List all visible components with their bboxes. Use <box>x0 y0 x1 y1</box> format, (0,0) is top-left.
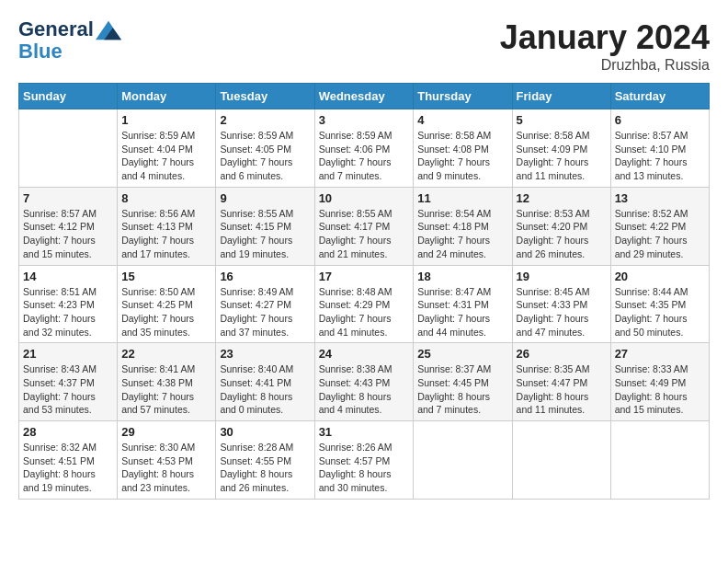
day-number: 29 <box>121 425 211 439</box>
day-info: Sunrise: 8:40 AMSunset: 4:41 PMDaylight:… <box>220 362 310 417</box>
day-info: Sunrise: 8:35 AMSunset: 4:47 PMDaylight:… <box>517 362 607 417</box>
day-number: 23 <box>220 347 310 361</box>
day-info: Sunrise: 8:43 AMSunset: 4:37 PMDaylight:… <box>23 362 113 417</box>
day-number: 20 <box>615 270 705 283</box>
day-info: Sunrise: 8:56 AMSunset: 4:13 PMDaylight:… <box>121 207 211 261</box>
day-info: Sunrise: 8:57 AMSunset: 4:10 PMDaylight:… <box>615 129 705 183</box>
calendar-cell: 24Sunrise: 8:38 AMSunset: 4:43 PMDayligh… <box>314 343 414 421</box>
day-info: Sunrise: 8:58 AMSunset: 4:08 PMDaylight:… <box>417 129 507 183</box>
calendar-cell: 14Sunrise: 8:51 AMSunset: 4:23 PMDayligh… <box>19 265 118 343</box>
calendar-cell: 15Sunrise: 8:50 AMSunset: 4:25 PMDayligh… <box>118 265 216 343</box>
weekday-header-saturday: Saturday <box>610 84 709 109</box>
day-number: 11 <box>417 191 507 205</box>
day-number: 28 <box>23 425 113 439</box>
weekday-header-row: SundayMondayTuesdayWednesdayThursdayFrid… <box>19 84 710 109</box>
calendar-cell: 4Sunrise: 8:58 AMSunset: 4:08 PMDaylight… <box>414 109 512 188</box>
title-block: January 2024 Druzhba, Russia <box>500 18 710 74</box>
page-header: General Blue January 2024 Druzhba, Russi… <box>18 18 710 74</box>
day-info: Sunrise: 8:59 AMSunset: 4:04 PMDaylight:… <box>121 129 211 183</box>
day-number: 13 <box>615 191 705 205</box>
day-info: Sunrise: 8:33 AMSunset: 4:49 PMDaylight:… <box>615 362 705 417</box>
calendar-cell: 3Sunrise: 8:59 AMSunset: 4:06 PMDaylight… <box>314 109 414 188</box>
week-row-0: 1Sunrise: 8:59 AMSunset: 4:04 PMDaylight… <box>19 109 710 188</box>
calendar-cell: 9Sunrise: 8:55 AMSunset: 4:15 PMDaylight… <box>216 187 314 265</box>
day-number: 26 <box>517 347 607 361</box>
day-number: 5 <box>517 113 607 127</box>
calendar-cell: 13Sunrise: 8:52 AMSunset: 4:22 PMDayligh… <box>610 187 709 265</box>
day-number: 24 <box>319 347 410 361</box>
calendar-cell: 5Sunrise: 8:58 AMSunset: 4:09 PMDaylight… <box>512 109 610 188</box>
day-number: 1 <box>121 113 211 127</box>
calendar-cell: 2Sunrise: 8:59 AMSunset: 4:05 PMDaylight… <box>216 109 314 188</box>
day-number: 19 <box>517 270 607 283</box>
day-info: Sunrise: 8:47 AMSunset: 4:31 PMDaylight:… <box>417 285 507 339</box>
day-info: Sunrise: 8:26 AMSunset: 4:57 PMDaylight:… <box>319 441 410 495</box>
day-number: 12 <box>517 191 607 205</box>
calendar-cell: 31Sunrise: 8:26 AMSunset: 4:57 PMDayligh… <box>314 421 414 500</box>
day-info: Sunrise: 8:55 AMSunset: 4:17 PMDaylight:… <box>319 207 410 261</box>
day-info: Sunrise: 8:37 AMSunset: 4:45 PMDaylight:… <box>417 362 507 417</box>
day-info: Sunrise: 8:54 AMSunset: 4:18 PMDaylight:… <box>417 207 507 261</box>
month-title: January 2024 <box>500 18 710 57</box>
weekday-header-tuesday: Tuesday <box>216 84 314 109</box>
calendar-cell: 21Sunrise: 8:43 AMSunset: 4:37 PMDayligh… <box>19 343 118 421</box>
calendar-table: SundayMondayTuesdayWednesdayThursdayFrid… <box>18 83 710 500</box>
calendar-cell: 26Sunrise: 8:35 AMSunset: 4:47 PMDayligh… <box>512 343 610 421</box>
week-row-1: 7Sunrise: 8:57 AMSunset: 4:12 PMDaylight… <box>19 187 710 265</box>
day-number: 18 <box>417 270 507 283</box>
day-number: 2 <box>220 113 310 127</box>
calendar-cell: 1Sunrise: 8:59 AMSunset: 4:04 PMDaylight… <box>118 109 216 188</box>
day-info: Sunrise: 8:58 AMSunset: 4:09 PMDaylight:… <box>517 129 607 183</box>
calendar-cell: 30Sunrise: 8:28 AMSunset: 4:55 PMDayligh… <box>216 421 314 500</box>
calendar-cell: 27Sunrise: 8:33 AMSunset: 4:49 PMDayligh… <box>610 343 709 421</box>
day-number: 4 <box>417 113 507 127</box>
calendar-cell: 10Sunrise: 8:55 AMSunset: 4:17 PMDayligh… <box>314 187 414 265</box>
day-info: Sunrise: 8:59 AMSunset: 4:06 PMDaylight:… <box>319 129 410 183</box>
week-row-3: 21Sunrise: 8:43 AMSunset: 4:37 PMDayligh… <box>19 343 710 421</box>
day-number: 21 <box>23 347 113 361</box>
day-number: 6 <box>615 113 705 127</box>
day-info: Sunrise: 8:48 AMSunset: 4:29 PMDaylight:… <box>319 285 410 339</box>
weekday-header-wednesday: Wednesday <box>314 84 414 109</box>
calendar-cell: 7Sunrise: 8:57 AMSunset: 4:12 PMDaylight… <box>19 187 118 265</box>
day-number: 7 <box>23 191 113 205</box>
day-number: 22 <box>121 347 211 361</box>
day-number: 25 <box>417 347 507 361</box>
day-number: 3 <box>319 113 410 127</box>
calendar-cell: 17Sunrise: 8:48 AMSunset: 4:29 PMDayligh… <box>314 265 414 343</box>
day-number: 15 <box>121 270 211 283</box>
calendar-cell: 8Sunrise: 8:56 AMSunset: 4:13 PMDaylight… <box>118 187 216 265</box>
calendar-cell: 28Sunrise: 8:32 AMSunset: 4:51 PMDayligh… <box>19 421 118 500</box>
day-number: 27 <box>615 347 705 361</box>
logo-blue: Blue <box>18 40 121 63</box>
day-info: Sunrise: 8:32 AMSunset: 4:51 PMDaylight:… <box>23 441 113 495</box>
calendar-cell: 25Sunrise: 8:37 AMSunset: 4:45 PMDayligh… <box>414 343 512 421</box>
day-number: 14 <box>23 270 113 283</box>
day-number: 17 <box>319 270 410 283</box>
day-info: Sunrise: 8:45 AMSunset: 4:33 PMDaylight:… <box>517 285 607 339</box>
day-info: Sunrise: 8:30 AMSunset: 4:53 PMDaylight:… <box>121 441 211 495</box>
day-info: Sunrise: 8:38 AMSunset: 4:43 PMDaylight:… <box>319 362 410 417</box>
calendar-cell <box>414 421 512 500</box>
calendar-cell: 6Sunrise: 8:57 AMSunset: 4:10 PMDaylight… <box>610 109 709 188</box>
calendar-cell: 22Sunrise: 8:41 AMSunset: 4:38 PMDayligh… <box>118 343 216 421</box>
day-number: 30 <box>220 425 310 439</box>
calendar-cell: 16Sunrise: 8:49 AMSunset: 4:27 PMDayligh… <box>216 265 314 343</box>
day-info: Sunrise: 8:50 AMSunset: 4:25 PMDaylight:… <box>121 285 211 339</box>
day-info: Sunrise: 8:52 AMSunset: 4:22 PMDaylight:… <box>615 207 705 261</box>
logo: General Blue <box>18 18 121 63</box>
calendar-cell: 12Sunrise: 8:53 AMSunset: 4:20 PMDayligh… <box>512 187 610 265</box>
day-info: Sunrise: 8:53 AMSunset: 4:20 PMDaylight:… <box>517 207 607 261</box>
weekday-header-thursday: Thursday <box>414 84 512 109</box>
calendar-cell <box>512 421 610 500</box>
day-info: Sunrise: 8:49 AMSunset: 4:27 PMDaylight:… <box>220 285 310 339</box>
calendar-cell: 20Sunrise: 8:44 AMSunset: 4:35 PMDayligh… <box>610 265 709 343</box>
day-info: Sunrise: 8:59 AMSunset: 4:05 PMDaylight:… <box>220 129 310 183</box>
weekday-header-sunday: Sunday <box>19 84 118 109</box>
day-number: 10 <box>319 191 410 205</box>
calendar-cell <box>19 109 118 188</box>
calendar-cell: 19Sunrise: 8:45 AMSunset: 4:33 PMDayligh… <box>512 265 610 343</box>
day-info: Sunrise: 8:28 AMSunset: 4:55 PMDaylight:… <box>220 441 310 495</box>
day-info: Sunrise: 8:55 AMSunset: 4:15 PMDaylight:… <box>220 207 310 261</box>
day-info: Sunrise: 8:57 AMSunset: 4:12 PMDaylight:… <box>23 207 113 261</box>
